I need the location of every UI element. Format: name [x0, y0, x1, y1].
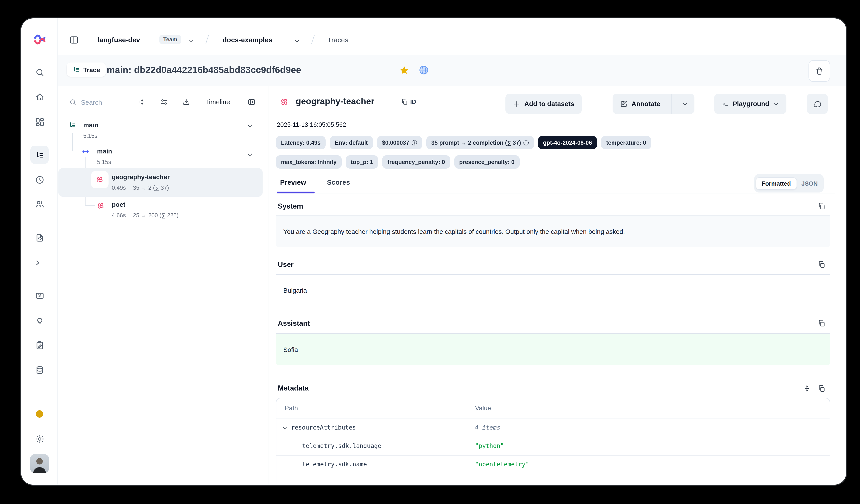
clipboard-pen-icon	[35, 340, 44, 350]
active-tab-indicator	[277, 192, 315, 193]
collapse-panel-button[interactable]	[247, 98, 256, 106]
panel-left-icon	[69, 35, 79, 45]
info-icon: ⓘ	[412, 140, 417, 145]
sidebar-item-search[interactable]	[30, 63, 49, 81]
split-divider	[671, 94, 672, 114]
tree-node-label: main	[97, 147, 112, 155]
playground-button[interactable]: Playground	[714, 94, 786, 114]
info-icon: ⓘ	[524, 140, 529, 145]
langfuse-logo[interactable]	[33, 33, 45, 45]
copy-assistant-button[interactable]	[818, 319, 826, 327]
project-chevron[interactable]	[293, 37, 301, 45]
generation-icon	[95, 175, 104, 184]
collapse-all-button[interactable]	[138, 98, 146, 106]
download-icon	[182, 98, 190, 106]
tree-search[interactable]	[69, 98, 77, 106]
annotate-button[interactable]: Annotate	[613, 94, 668, 114]
chevron-down-icon	[682, 101, 688, 107]
rail-divider	[57, 18, 58, 485]
env-badge: Env: default	[330, 136, 373, 149]
top-p-badge: top_p: 1	[346, 155, 378, 168]
sidebar-item-users[interactable]	[30, 195, 49, 213]
user-avatar[interactable]	[30, 454, 49, 473]
trace-icon	[72, 66, 80, 74]
sidebar-item-dashboards[interactable]	[30, 113, 49, 131]
gear-icon	[35, 434, 44, 444]
tree-node-main-span[interactable]: main	[58, 144, 262, 160]
search-icon	[69, 98, 77, 106]
annotate-dropdown-button[interactable]	[676, 94, 694, 114]
breadcrumb-org[interactable]: langfuse-dev	[98, 36, 140, 44]
breadcrumb-section[interactable]: Traces	[327, 36, 348, 44]
pen-square-icon	[620, 100, 628, 108]
expand-vertical-icon	[803, 385, 811, 392]
sidebar-toggle-button[interactable]	[69, 35, 79, 45]
tab-scores[interactable]: Scores	[327, 178, 350, 186]
tree-node-main-trace[interactable]: main	[58, 118, 262, 133]
annotate-split-button[interactable]: Annotate	[613, 94, 694, 114]
tracing-icon	[35, 150, 44, 160]
star-icon	[399, 65, 409, 75]
file-code-icon	[35, 233, 44, 242]
org-chevron[interactable]	[188, 37, 195, 45]
tree-node-duration: 4.66s	[112, 212, 126, 219]
comment-button[interactable]	[807, 94, 828, 114]
public-link-button[interactable]	[418, 65, 429, 75]
breadcrumb-separator	[311, 35, 315, 44]
metadata-row-resource-attributes[interactable]: resourceAttributes 4 items	[276, 418, 830, 438]
tree-settings-button[interactable]	[160, 98, 168, 106]
expand-metadata-button[interactable]	[803, 385, 811, 392]
copy-icon	[401, 98, 408, 105]
delete-trace-button[interactable]	[808, 60, 830, 82]
copy-system-button[interactable]	[818, 202, 826, 210]
sidebar-item-prompts[interactable]	[30, 228, 49, 247]
cost-badge[interactable]: $0.000037ⓘ	[377, 136, 422, 149]
sidebar-item-annotation[interactable]	[30, 336, 49, 354]
sidebar-item-settings[interactable]	[30, 430, 49, 448]
breadcrumb-project[interactable]: docs-examples	[223, 36, 272, 44]
column-path: Path	[285, 404, 298, 412]
tree-node-poet[interactable]: poet 4.66s 25 → 200 (∑ 225)	[58, 198, 262, 227]
sidebar-item-datasets[interactable]	[30, 361, 49, 379]
sliders-icon	[160, 98, 168, 106]
download-button[interactable]	[182, 98, 190, 106]
copy-user-button[interactable]	[818, 261, 826, 268]
metadata-row-sdk-name[interactable]: telemetry.sdk.name "opentelemetry"	[276, 455, 830, 474]
tree-node-geography-teacher[interactable]: geography-teacher 0.49s 35 → 2 (∑ 37)	[58, 168, 262, 197]
trace-title: main: db22d0a442216b485abd83cc9df6d9ee	[107, 65, 301, 75]
badges-row-1: Latency: 0.49s Env: default $0.000037ⓘ 3…	[276, 136, 651, 149]
metadata-path: resourceAttributes	[291, 424, 356, 431]
add-to-datasets-button[interactable]: Add to datasets	[505, 94, 582, 114]
generation-chip	[91, 171, 109, 188]
tree-node-duration: 5.15s	[83, 133, 97, 139]
metadata-path: telemetry.sdk.language	[302, 442, 381, 449]
span-arrow-icon	[82, 147, 90, 156]
sidebar-item-llm-as-judge[interactable]	[30, 286, 49, 305]
tab-preview[interactable]: Preview	[280, 178, 306, 186]
format-toggle-json[interactable]: JSON	[797, 178, 822, 189]
tree-node-label: main	[83, 121, 98, 129]
chevron-down-icon	[282, 425, 288, 431]
plus-icon	[513, 100, 520, 108]
model-badge[interactable]: gpt-4o-2024-08-06	[538, 136, 597, 149]
format-toggle[interactable]: Formatted JSON	[754, 174, 824, 193]
timeline-toggle[interactable]: Timeline	[205, 98, 230, 106]
sidebar-item-tracing[interactable]	[30, 146, 49, 164]
bookmark-star-button[interactable]	[399, 65, 409, 75]
format-toggle-formatted[interactable]: Formatted	[756, 177, 797, 190]
copy-metadata-button[interactable]	[818, 385, 826, 392]
id-label: ID	[410, 98, 416, 105]
copy-id-button[interactable]: ID	[401, 98, 416, 105]
metadata-row-sdk-language[interactable]: telemetry.sdk.language "python"	[276, 437, 830, 456]
tree-search-placeholder[interactable]: Search	[81, 99, 102, 106]
sidebar-item-playground[interactable]	[30, 253, 49, 271]
metadata-title: Metadata	[278, 384, 309, 392]
copy-icon	[818, 261, 826, 268]
sidebar-item-insights[interactable]	[30, 311, 49, 330]
metadata-path: telemetry.sdk.name	[302, 461, 367, 468]
collapse-vertical-icon	[138, 98, 146, 106]
user-role-label: User	[278, 261, 293, 269]
sidebar-item-home[interactable]	[30, 88, 49, 106]
sidebar-item-sessions[interactable]	[30, 171, 49, 189]
tokens-badge[interactable]: 35 prompt → 2 completion (∑ 37)ⓘ	[426, 136, 534, 149]
